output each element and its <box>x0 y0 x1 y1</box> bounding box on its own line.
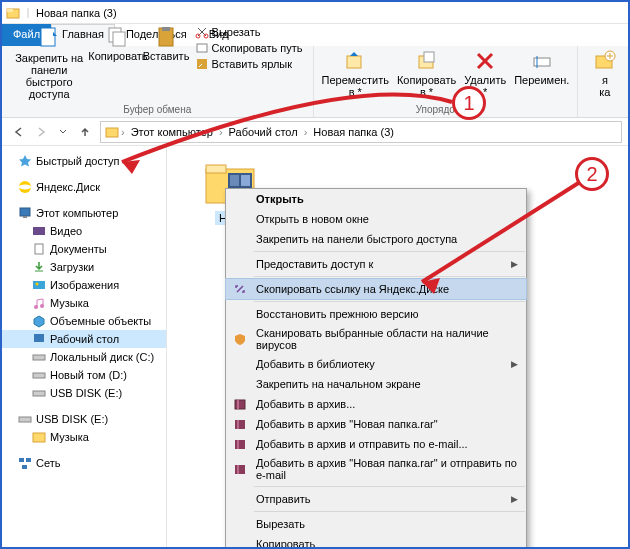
new-folder-button[interactable]: я ка <box>582 48 627 100</box>
cut-button[interactable]: Вырезать <box>193 24 305 40</box>
archive-icon <box>232 461 248 477</box>
ctx-archive3[interactable]: Добавить в архив и отправить по e-mail..… <box>226 434 526 454</box>
svg-rect-30 <box>35 244 43 254</box>
copy-button[interactable]: Копировать <box>92 24 143 64</box>
sidebar-this-pc[interactable]: Этот компьютер <box>2 204 166 222</box>
ctx-cut[interactable]: Вырезать <box>226 514 526 534</box>
delete-button[interactable]: Удалить * <box>460 48 510 100</box>
ctx-pin-start[interactable]: Закрепить на начальном экране <box>226 374 526 394</box>
rename-button[interactable]: Переимен. <box>510 48 573 88</box>
svg-rect-53 <box>235 420 245 429</box>
archive-icon <box>232 396 248 412</box>
svg-rect-37 <box>33 355 45 360</box>
archive-icon <box>232 436 248 452</box>
shield-icon <box>232 331 248 347</box>
ctx-library[interactable]: Добавить в библиотеку▶ <box>226 354 526 374</box>
copy-path-button[interactable]: Скопировать путь <box>193 40 305 56</box>
sidebar-3d-objects[interactable]: Объемные объекты <box>2 312 166 330</box>
svg-rect-36 <box>34 334 44 342</box>
create-group-label: Создать <box>582 104 630 115</box>
svg-rect-28 <box>23 216 27 218</box>
sidebar-network[interactable]: Сеть <box>2 454 166 472</box>
ctx-archive4[interactable]: Добавить в архив "Новая папка.rar" и отп… <box>226 454 526 484</box>
breadcrumb[interactable]: › Этот компьютер › Рабочий стол › Новая … <box>100 121 622 143</box>
forward-button[interactable] <box>30 121 52 143</box>
sidebar-usb-e2[interactable]: USB DISK (E:) <box>2 410 166 428</box>
svg-rect-42 <box>19 458 24 462</box>
svg-rect-57 <box>235 465 245 474</box>
svg-rect-15 <box>534 58 550 66</box>
organize-group-label: Упорядочить <box>318 104 574 115</box>
ctx-yandex-link[interactable]: Скопировать ссылку на Яндекс.Диске <box>226 279 526 299</box>
sidebar-disk-d[interactable]: Новый том (D:) <box>2 366 166 384</box>
svg-rect-50 <box>235 400 245 409</box>
sidebar-pictures[interactable]: Изображения <box>2 276 166 294</box>
ctx-pin-quick[interactable]: Закрепить на панели быстрого доступа <box>226 229 526 249</box>
sidebar-music2[interactable]: Музыка <box>2 428 166 446</box>
chevron-right-icon: ▶ <box>511 359 518 369</box>
copy-to-button[interactable]: Копировать в * <box>393 48 460 100</box>
crumb-folder[interactable]: Новая папка (3) <box>309 126 398 138</box>
ctx-copy[interactable]: Копировать <box>226 534 526 549</box>
sidebar-downloads[interactable]: Загрузки <box>2 258 166 276</box>
svg-point-33 <box>36 283 39 286</box>
chevron-right-icon: ▶ <box>511 494 518 504</box>
svg-rect-52 <box>237 400 239 409</box>
link-icon <box>232 281 248 297</box>
svg-rect-40 <box>19 417 31 422</box>
crumb-pc[interactable]: Этот компьютер <box>127 126 217 138</box>
recent-button[interactable] <box>52 121 74 143</box>
folder-icon <box>105 125 119 139</box>
svg-rect-14 <box>424 52 434 62</box>
archive-icon <box>232 416 248 432</box>
ctx-archive2[interactable]: Добавить в архив "Новая папка.rar" <box>226 414 526 434</box>
svg-rect-44 <box>22 465 27 469</box>
ctx-open[interactable]: Открыть <box>226 189 526 209</box>
svg-rect-55 <box>235 440 245 449</box>
sidebar-videos[interactable]: Видео <box>2 222 166 240</box>
svg-rect-38 <box>33 373 45 378</box>
move-to-button[interactable]: Переместить в * <box>318 48 393 100</box>
svg-point-26 <box>19 185 31 190</box>
svg-rect-43 <box>26 458 31 462</box>
sidebar-disk-c[interactable]: Локальный диск (C:) <box>2 348 166 366</box>
svg-rect-54 <box>237 420 239 429</box>
sidebar-yandex-disk[interactable]: Яндекс.Диск <box>2 178 166 196</box>
svg-rect-5 <box>113 32 125 46</box>
ctx-send-to[interactable]: Отправить▶ <box>226 489 526 509</box>
svg-rect-27 <box>20 208 30 216</box>
chevron-right-icon: ▶ <box>511 259 518 269</box>
sidebar-quick-access[interactable]: Быстрый доступ <box>2 152 166 170</box>
ribbon-group-clipboard: Закрепить на панели быстрого доступа Коп… <box>2 46 314 117</box>
up-button[interactable] <box>74 121 96 143</box>
ctx-open-new[interactable]: Открыть в новом окне <box>226 209 526 229</box>
folder-icon <box>6 6 20 20</box>
ctx-archive1[interactable]: Добавить в архив... <box>226 394 526 414</box>
back-button[interactable] <box>8 121 30 143</box>
svg-rect-12 <box>347 56 361 68</box>
paste-shortcut-button[interactable]: Вставить ярлык <box>193 56 305 72</box>
svg-point-35 <box>40 304 44 308</box>
svg-rect-24 <box>106 128 118 137</box>
svg-rect-48 <box>230 175 239 186</box>
ctx-scan[interactable]: Сканировать выбранные области на наличие… <box>226 324 526 354</box>
svg-rect-3 <box>41 28 55 46</box>
address-bar: › Этот компьютер › Рабочий стол › Новая … <box>2 118 628 146</box>
sidebar-usb-e[interactable]: USB DISK (E:) <box>2 384 166 402</box>
navigation-pane: Быстрый доступ Яндекс.Диск Этот компьюте… <box>2 146 167 547</box>
crumb-desktop[interactable]: Рабочий стол <box>225 126 302 138</box>
ctx-grant-access[interactable]: Предоставить доступ к▶ <box>226 254 526 274</box>
sidebar-documents[interactable]: Документы <box>2 240 166 258</box>
svg-rect-10 <box>197 44 207 52</box>
paste-button[interactable]: Вставить <box>144 24 189 64</box>
pin-quick-button[interactable]: Закрепить на панели быстрого доступа <box>6 24 92 102</box>
ribbon-group-organize: Переместить в * Копировать в * Удалить *… <box>314 46 579 117</box>
clipboard-group-label: Буфер обмена <box>6 104 309 115</box>
ctx-restore[interactable]: Восстановить прежнюю версию <box>226 304 526 324</box>
svg-rect-7 <box>162 27 170 31</box>
sidebar-desktop[interactable]: Рабочий стол <box>2 330 166 348</box>
svg-point-34 <box>34 305 38 309</box>
svg-rect-1 <box>7 9 13 12</box>
svg-rect-46 <box>206 165 226 173</box>
sidebar-music[interactable]: Музыка <box>2 294 166 312</box>
